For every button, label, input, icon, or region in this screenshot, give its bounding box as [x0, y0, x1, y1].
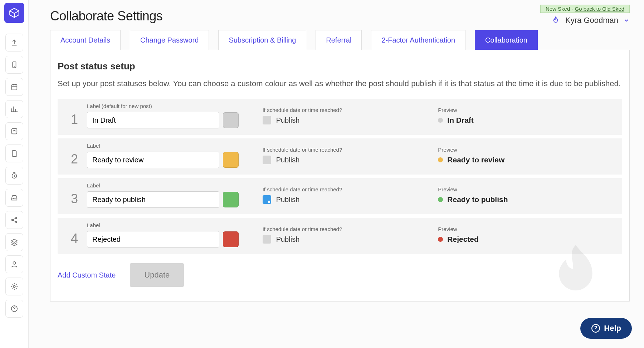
nav-sketch[interactable] [5, 122, 23, 140]
label-header: Label [87, 143, 263, 149]
preview-text: In Draft [447, 116, 474, 124]
schedule-header: If schedule date or time reached? [263, 147, 438, 153]
document-icon [10, 150, 18, 157]
preview-dot [438, 157, 443, 162]
svg-point-5 [15, 217, 17, 219]
status-label-input[interactable] [87, 152, 219, 168]
preview-dot [438, 197, 443, 202]
label-header: Label (default for new post) [87, 103, 263, 109]
preview-text: Ready to review [447, 156, 504, 164]
upload-icon [10, 39, 18, 46]
nav-share[interactable] [5, 211, 23, 229]
status-row: 2LabelIf schedule date or time reached?P… [58, 138, 622, 175]
svg-rect-2 [11, 129, 17, 134]
preview-text: Ready to publish [447, 195, 508, 204]
publish-checkbox[interactable] [263, 116, 271, 124]
layers-icon [10, 238, 18, 246]
help-label: Help [604, 324, 621, 333]
nav-clock[interactable] [5, 167, 23, 185]
gear-icon [10, 283, 18, 290]
nav-settings[interactable] [5, 278, 23, 295]
settings-panel: Post status setup Set up your post statu… [50, 50, 630, 302]
mobile-icon [10, 61, 18, 69]
nav-layers[interactable] [5, 233, 23, 251]
publish-label: Publish [276, 196, 300, 204]
label-header: Label [87, 222, 263, 228]
inbox-icon [10, 194, 18, 202]
publish-label: Publish [276, 116, 300, 124]
status-label-input[interactable] [87, 231, 219, 247]
color-swatch[interactable] [223, 152, 239, 168]
question-icon [10, 305, 18, 313]
header: Collaborate Settings New Sked - Go back … [29, 0, 644, 30]
row-index: 3 [62, 191, 87, 208]
nav-help[interactable] [5, 300, 23, 318]
svg-point-7 [13, 262, 15, 264]
cube-icon [8, 7, 20, 19]
tab-change-password[interactable]: Change Password [130, 30, 209, 50]
status-row: 3LabelIf schedule date or time reached?P… [58, 178, 622, 214]
publish-checkbox[interactable] [263, 195, 271, 204]
preview-header: Preview [438, 226, 614, 232]
help-circle-icon [591, 324, 600, 333]
preview-dot [438, 118, 443, 123]
status-row: 4LabelIf schedule date or time reached?P… [58, 218, 622, 254]
status-label-input[interactable] [87, 191, 219, 208]
svg-point-8 [13, 285, 15, 288]
calendar-icon [10, 83, 18, 91]
label-header: Label [87, 182, 263, 188]
nav-analytics[interactable] [5, 100, 23, 118]
app-logo[interactable] [4, 3, 24, 23]
status-label-input[interactable] [87, 112, 219, 128]
svg-point-4 [11, 219, 13, 221]
sidebar [0, 0, 29, 348]
preview-header: Preview [438, 107, 614, 113]
publish-checkbox[interactable] [263, 235, 271, 244]
publish-label: Publish [276, 156, 300, 164]
tab-collaboration[interactable]: Collaboration [475, 30, 538, 50]
nav-inbox[interactable] [5, 189, 23, 207]
row-index: 4 [62, 231, 87, 247]
tab-account-details[interactable]: Account Details [50, 30, 121, 50]
tab-2-factor-authentication[interactable]: 2-Factor Authentication [371, 30, 465, 50]
preview-dot [438, 237, 443, 242]
user-menu[interactable]: Kyra Goodman [551, 16, 630, 25]
schedule-header: If schedule date or time reached? [263, 107, 438, 113]
publish-checkbox[interactable] [263, 156, 271, 164]
status-row: 1Label (default for new post)If schedule… [58, 99, 622, 135]
help-button[interactable]: Help [580, 318, 632, 339]
nav-document[interactable] [5, 144, 23, 162]
preview-text: Rejected [447, 235, 479, 244]
sketch-icon [10, 127, 18, 135]
section-title: Post status setup [58, 61, 622, 72]
user-icon [10, 260, 18, 268]
color-swatch[interactable] [223, 112, 239, 128]
add-custom-state-link[interactable]: Add Custom State [58, 271, 116, 279]
user-name: Kyra Goodman [565, 16, 618, 25]
publish-label: Publish [276, 235, 300, 244]
page-title: Collaborate Settings [50, 9, 162, 24]
clock-icon [10, 172, 18, 180]
tab-subscription-billing[interactable]: Subscription & Billing [218, 30, 306, 50]
preview-header: Preview [438, 186, 614, 192]
tab-referral[interactable]: Referral [316, 30, 362, 50]
chevron-down-icon [623, 17, 630, 24]
row-index: 1 [62, 112, 87, 128]
schedule-header: If schedule date or time reached? [263, 226, 438, 232]
nav-mobile[interactable] [5, 56, 23, 74]
main-content: Collaborate Settings New Sked - Go back … [29, 0, 644, 348]
color-swatch[interactable] [223, 231, 239, 247]
section-description: Set up your post statuses below. You can… [58, 78, 622, 89]
nav-user[interactable] [5, 255, 23, 273]
chart-icon [10, 105, 18, 113]
old-sked-banner: New Sked - Go back to Old Sked [540, 5, 630, 13]
color-swatch[interactable] [223, 192, 239, 207]
update-button[interactable]: Update [130, 263, 184, 287]
schedule-header: If schedule date or time reached? [263, 186, 438, 192]
nav-calendar[interactable] [5, 78, 23, 96]
banner-link[interactable]: Go back to Old Sked [575, 6, 624, 12]
nav-upload[interactable] [5, 34, 23, 52]
flame-icon [551, 16, 560, 25]
row-index: 2 [62, 152, 87, 168]
settings-tabs: Account DetailsChange PasswordSubscripti… [50, 30, 630, 50]
